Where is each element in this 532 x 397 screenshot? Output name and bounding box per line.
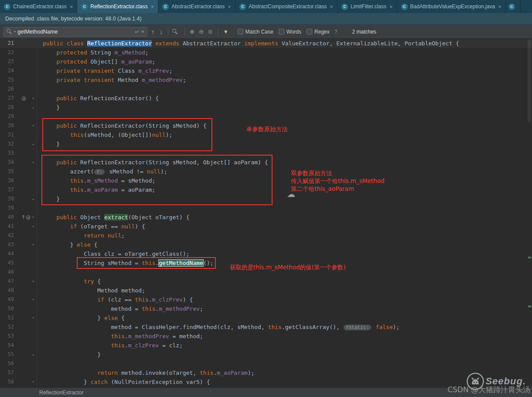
find-option-regex[interactable]: Regex xyxy=(307,29,330,35)
fold-down-icon[interactable]: ▾ xyxy=(30,158,37,167)
close-icon[interactable]: × xyxy=(151,4,154,10)
at-icon[interactable]: @ xyxy=(21,96,26,101)
tab-6[interactable]: CBadAttributeValueExpException.java× xyxy=(397,0,506,13)
regex-help-icon[interactable]: ? xyxy=(334,29,338,35)
code-line[interactable]: 43▾ } else { xyxy=(0,240,532,249)
override-icon[interactable]: ↑ xyxy=(21,215,25,220)
code-line[interactable]: 29 xyxy=(0,112,532,121)
fold-down-icon[interactable]: ▾ xyxy=(30,222,37,231)
line-number: 29 xyxy=(0,112,17,121)
code-line[interactable]: 53 this.m_methodPrev = method; xyxy=(0,332,532,341)
fold-down-icon[interactable]: ▾ xyxy=(30,295,37,304)
fold-down-icon[interactable]: ▾ xyxy=(30,277,37,286)
fold-down-icon[interactable]: ▾ xyxy=(30,94,37,103)
find-all-icon[interactable] xyxy=(172,29,181,34)
close-icon[interactable]: × xyxy=(389,4,393,10)
scrollbar-thumb[interactable] xyxy=(528,40,531,122)
fold-down-icon[interactable]: ▾ xyxy=(30,240,37,249)
java-class-icon: C xyxy=(239,3,246,10)
code-line[interactable]: 54 this.m_clzPrev = clz; xyxy=(0,341,532,350)
code-line[interactable]: 47▾ try { xyxy=(0,277,532,286)
code-line[interactable]: 27@▾ public ReflectionExtractor() { xyxy=(0,94,532,103)
fold-down-icon[interactable]: ▾ xyxy=(30,377,37,387)
code-line[interactable]: 51▾ } else { xyxy=(0,313,532,322)
editor[interactable]: 21public class ReflectionExtractor exten… xyxy=(0,39,532,387)
tab-1[interactable]: CChainedExtractor.class× xyxy=(0,0,77,13)
code-line[interactable]: 56 xyxy=(0,359,532,368)
code-line[interactable]: 28▴ } xyxy=(0,103,532,112)
code-line[interactable]: 44 Class clz = oTarget.getClass(); xyxy=(0,249,532,258)
fold-gutter xyxy=(30,341,37,350)
tab-2[interactable]: CReflectionExtractor.class× xyxy=(77,0,158,13)
code-line[interactable]: 25 private transient Method m_methodPrev… xyxy=(0,75,532,85)
previous-match-button[interactable]: ↑ xyxy=(150,28,156,35)
code-line[interactable]: 26 xyxy=(0,85,532,94)
code-line[interactable]: 34▾ public ReflectionExtractor(String sM… xyxy=(0,158,532,167)
filter-icon[interactable]: ▼ xyxy=(222,29,230,35)
line-number: 43 xyxy=(0,240,17,249)
code-line[interactable]: 23 protected Object[] m_aoParam; xyxy=(0,57,532,66)
code-line[interactable]: 42 return null; xyxy=(0,231,532,240)
tab-5[interactable]: CLimitFilter.class× xyxy=(338,0,397,13)
fold-down-icon[interactable]: ▾ xyxy=(30,121,37,130)
code-line[interactable]: 39 xyxy=(0,204,532,213)
newline-icon[interactable]: ↵ xyxy=(135,29,139,35)
code-line[interactable]: 35 azzert(f: sMethod != null); xyxy=(0,167,532,176)
code-line[interactable]: 32▴ } xyxy=(0,139,532,149)
code-line[interactable]: 52 method = ClassHelper.findMethod(clz, … xyxy=(0,322,532,332)
close-icon[interactable]: × xyxy=(70,4,73,10)
breadcrumb[interactable]: ReflectionExtractor xyxy=(39,390,83,396)
code-line[interactable]: 22 protected String m_sMethod; xyxy=(0,48,532,57)
code-line[interactable]: 57 return method.invoke(oTarget, this.m_… xyxy=(0,368,532,377)
clear-search-icon[interactable]: × xyxy=(141,28,144,35)
fold-gutter xyxy=(30,57,37,66)
remove-occurrence-icon[interactable]: ⊖ xyxy=(198,28,205,35)
search-input[interactable]: ▾ getMethodName ↵ × xyxy=(3,27,147,37)
editor-scrollbar[interactable] xyxy=(527,39,532,387)
search-stripe-mark[interactable] xyxy=(528,257,531,258)
fold-up-icon[interactable]: ▴ xyxy=(30,350,37,359)
code-line[interactable]: 37 this.m_aoParam = aoParam; xyxy=(0,185,532,194)
code-line[interactable]: 24 private transient Class m_clzPrev; xyxy=(0,66,532,75)
fold-gutter xyxy=(30,332,37,341)
next-match-button[interactable]: ↓ xyxy=(158,28,164,35)
code-text: protected Object[] m_aoParam; xyxy=(37,57,532,66)
chevron-down-icon[interactable]: ▾ xyxy=(14,30,16,34)
close-icon[interactable]: × xyxy=(330,4,333,10)
java-class-icon: C xyxy=(508,3,515,10)
fold-gutter xyxy=(30,130,37,139)
code-line[interactable]: 38▴ } xyxy=(0,194,532,204)
java-class-icon: C xyxy=(401,3,408,10)
fold-up-icon[interactable]: ▴ xyxy=(30,194,37,204)
gutter-icons xyxy=(17,277,30,286)
tab-bar: CChainedExtractor.class×CReflectionExtra… xyxy=(0,0,532,13)
fold-up-icon[interactable]: ▴ xyxy=(30,139,37,149)
find-option-match-case[interactable]: Match Case xyxy=(238,29,273,35)
tab-3[interactable]: CAbstractExtractor.class× xyxy=(158,0,235,13)
tab-7[interactable]: C xyxy=(506,0,521,13)
code-line[interactable]: 49▾ if (clz == this.m_clzPrev) { xyxy=(0,295,532,304)
line-number: 58 xyxy=(0,377,17,387)
fold-up-icon[interactable]: ▴ xyxy=(30,103,37,112)
close-icon[interactable]: × xyxy=(498,4,501,10)
fold-down-icon[interactable]: ▾ xyxy=(30,213,37,222)
code-line[interactable]: 50 method = this.m_methodPrev; xyxy=(0,304,532,313)
line-number: 46 xyxy=(0,268,17,277)
add-occurrence-icon[interactable]: ⊕ xyxy=(189,28,195,35)
close-icon[interactable]: × xyxy=(228,4,231,10)
tab-4[interactable]: CAbstractCompositeExtractor.class× xyxy=(235,0,338,13)
select-all-occurrences-icon[interactable]: ⊙ xyxy=(207,28,214,35)
code-text: protected String m_sMethod; xyxy=(37,48,532,57)
find-option-words[interactable]: Words xyxy=(279,29,301,35)
search-query[interactable]: getMethodName xyxy=(17,29,133,35)
code-line[interactable]: 36 this.m_sMethod = sMethod; xyxy=(0,176,532,185)
code-line[interactable]: 41▾ if (oTarget == null) { xyxy=(0,222,532,231)
code-line[interactable]: 55▴ } xyxy=(0,350,532,359)
fold-down-icon[interactable]: ▾ xyxy=(30,313,37,322)
code-line[interactable]: 33 xyxy=(0,149,532,158)
fold-gutter xyxy=(30,258,37,268)
search-stripe-mark[interactable] xyxy=(528,305,531,307)
code-line[interactable]: 21public class ReflectionExtractor exten… xyxy=(0,39,532,48)
code-line[interactable]: 48 Method method; xyxy=(0,286,532,295)
code-line[interactable]: 40↑@▾ public Object extract(Object oTarg… xyxy=(0,213,532,222)
